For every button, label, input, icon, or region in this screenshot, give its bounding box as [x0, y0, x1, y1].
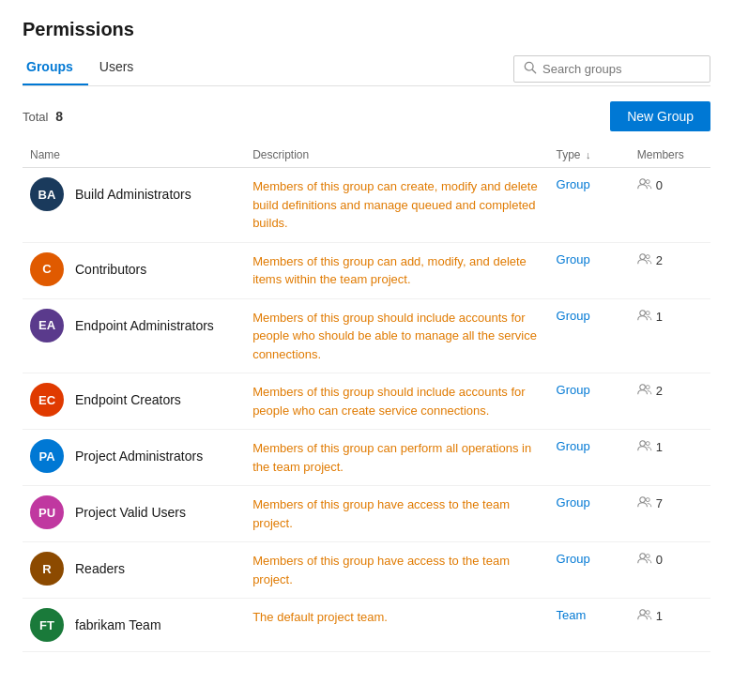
tab-groups[interactable]: Groups [23, 52, 88, 85]
svg-point-7 [646, 311, 649, 314]
members-count: 1 [656, 440, 663, 454]
avatar: R [30, 552, 64, 586]
col-header-name: Name [23, 143, 245, 168]
description-cell: Members of this group can perform all op… [245, 430, 548, 486]
members-cell: 1 [630, 430, 710, 486]
type-cell: Team [549, 599, 630, 652]
avatar: EA [30, 309, 64, 342]
svg-line-1 [532, 69, 536, 73]
description-cell: Members of this group have access to the… [245, 542, 548, 599]
group-name: Readers [75, 561, 125, 576]
svg-point-8 [640, 385, 646, 390]
table-row[interactable]: EA Endpoint Administrators Members of th… [23, 298, 710, 373]
svg-point-15 [646, 555, 649, 558]
avatar: BA [30, 177, 64, 211]
svg-point-11 [646, 442, 649, 446]
search-box[interactable] [513, 55, 710, 83]
description-cell: Members of this group can create, modify… [245, 168, 548, 243]
svg-point-4 [640, 253, 646, 259]
total-label: Total [23, 110, 48, 124]
members-count: 7 [656, 496, 663, 510]
members-count: 2 [656, 384, 663, 398]
type-cell: Group [549, 298, 630, 373]
type-cell: Group [549, 168, 630, 243]
name-cell: C Contributors [23, 242, 245, 298]
table-row[interactable]: FT fabrikam Team The default project tea… [23, 599, 710, 652]
total-count: 8 [55, 109, 63, 124]
table-row[interactable]: PA Project Administrators Members of thi… [23, 430, 710, 486]
avatar: FT [30, 608, 64, 642]
members-icon [637, 383, 652, 399]
members-count: 0 [656, 553, 663, 567]
avatar: EC [30, 383, 64, 417]
members-count: 1 [656, 310, 663, 324]
total-bar: Total 8 New Group [23, 101, 710, 131]
members-icon [637, 252, 652, 268]
table-row[interactable]: R Readers Members of this group have acc… [23, 542, 710, 599]
members-cell: 2 [630, 242, 710, 298]
svg-point-9 [646, 386, 649, 389]
type-cell: Group [549, 242, 630, 298]
members-count: 1 [656, 609, 663, 623]
svg-point-17 [646, 611, 649, 615]
members-icon [637, 439, 652, 455]
members-cell: 1 [630, 599, 710, 652]
avatar: PU [30, 495, 64, 529]
table-header-row: Name Description Type ↓ Members [23, 143, 710, 168]
description-cell: Members of this group should include acc… [245, 298, 548, 373]
description-cell: Members of this group can add, modify, a… [245, 242, 548, 298]
members-icon [637, 495, 652, 511]
description-cell: Members of this group have access to the… [245, 486, 548, 542]
name-cell: PU Project Valid Users [23, 486, 245, 542]
svg-point-14 [640, 554, 646, 559]
col-header-description: Description [245, 143, 548, 168]
svg-point-10 [640, 441, 646, 447]
avatar: C [30, 252, 64, 286]
group-name: Build Administrators [75, 187, 191, 202]
tab-users[interactable]: Users [96, 52, 149, 85]
table-row[interactable]: BA Build Administrators Members of this … [23, 168, 710, 243]
group-name: Endpoint Administrators [75, 318, 214, 333]
name-cell: PA Project Administrators [23, 430, 245, 486]
group-name: Endpoint Creators [75, 392, 181, 407]
svg-point-16 [640, 610, 646, 616]
name-cell: EC Endpoint Creators [23, 373, 245, 430]
tabs: Groups Users [23, 52, 156, 85]
members-count: 0 [656, 178, 663, 192]
page-title: Permissions [23, 19, 710, 40]
group-name: Contributors [75, 262, 146, 277]
content-area: Total 8 New Group Name Description Type … [23, 101, 710, 652]
members-cell: 0 [630, 168, 710, 243]
description-cell: The default project team. [245, 599, 548, 652]
total-info: Total 8 [23, 109, 63, 124]
members-cell: 2 [630, 373, 710, 430]
groups-table: Name Description Type ↓ Members BA Build… [23, 143, 710, 652]
col-header-members: Members [630, 143, 710, 168]
permissions-page: Permissions Groups Users Total 8 New Gro… [0, 0, 733, 700]
type-cell: Group [549, 373, 630, 430]
table-row[interactable]: EC Endpoint Creators Members of this gro… [23, 373, 710, 430]
type-cell: Group [549, 486, 630, 542]
type-cell: Group [549, 430, 630, 486]
members-cell: 0 [630, 542, 710, 599]
new-group-button[interactable]: New Group [610, 101, 710, 131]
members-icon [637, 608, 652, 624]
sort-arrow-icon: ↓ [586, 149, 591, 160]
group-name: Project Administrators [75, 449, 203, 464]
type-cell: Group [549, 542, 630, 599]
svg-point-12 [640, 497, 646, 503]
members-icon [637, 309, 652, 325]
members-icon [637, 177, 652, 193]
header-row: Groups Users [23, 52, 710, 86]
svg-point-2 [640, 179, 646, 185]
svg-point-5 [646, 254, 649, 258]
search-icon [524, 61, 537, 77]
table-row[interactable]: C Contributors Members of this group can… [23, 242, 710, 298]
members-icon [637, 552, 652, 568]
table-row[interactable]: PU Project Valid Users Members of this g… [23, 486, 710, 542]
name-cell: BA Build Administrators [23, 168, 245, 243]
name-cell: R Readers [23, 542, 245, 599]
search-input[interactable] [542, 62, 700, 76]
col-header-type[interactable]: Type ↓ [549, 143, 630, 168]
description-cell: Members of this group should include acc… [245, 373, 548, 430]
